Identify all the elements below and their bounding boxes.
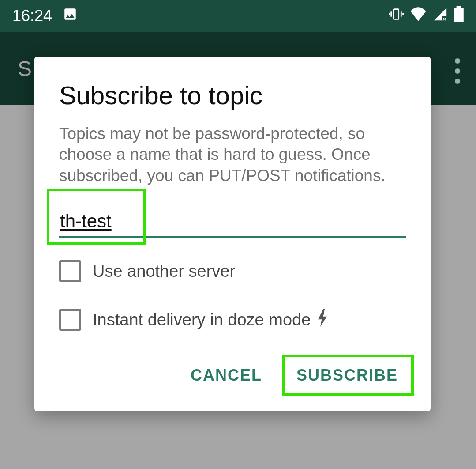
dialog-description: Topics may not be password-protected, so…	[59, 123, 406, 186]
svg-text:✕: ✕	[442, 15, 447, 21]
overflow-menu-icon[interactable]	[455, 58, 463, 84]
status-bar: 16:24 ✕	[0, 0, 476, 32]
image-icon	[63, 7, 78, 26]
checkbox-icon[interactable]	[59, 260, 81, 282]
status-time: 16:24	[12, 7, 52, 25]
cancel-button[interactable]: CANCEL	[183, 357, 270, 393]
instant-delivery-label: Instant delivery in doze mode	[93, 310, 311, 329]
subscribe-dialog: Subscribe to topic Topics may not be pas…	[34, 57, 431, 411]
topic-name-input[interactable]	[59, 205, 406, 238]
checkbox-icon[interactable]	[59, 309, 81, 331]
use-another-server-label: Use another server	[93, 262, 235, 281]
bolt-icon	[317, 309, 328, 331]
svg-rect-7	[454, 8, 464, 22]
use-another-server-row[interactable]: Use another server	[59, 260, 406, 282]
svg-rect-8	[457, 6, 461, 8]
battery-icon	[454, 6, 464, 26]
wifi-icon	[410, 7, 427, 26]
dialog-title: Subscribe to topic	[59, 80, 406, 110]
signal-icon: ✕	[433, 7, 448, 26]
vibrate-icon	[389, 7, 404, 26]
subscribe-button[interactable]: SUBSCRIBE	[289, 357, 406, 393]
instant-delivery-row[interactable]: Instant delivery in doze mode	[59, 309, 406, 331]
svg-rect-0	[394, 9, 398, 19]
